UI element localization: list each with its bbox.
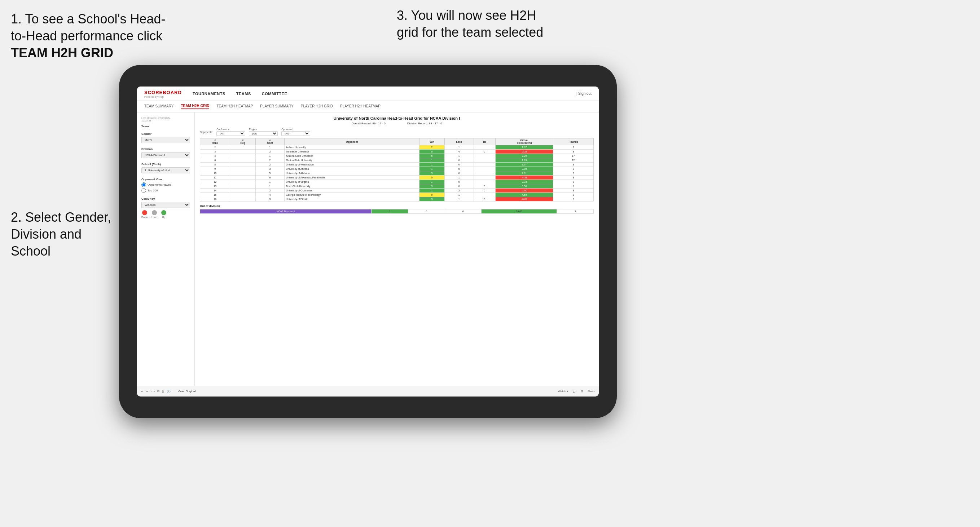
table-row: 2 1 Auburn University 2 1 1.67 9 xyxy=(200,145,594,149)
annotation-1: 1. To see a School's Head- to-Head perfo… xyxy=(11,11,166,61)
swatch-down-circle xyxy=(142,210,147,215)
school-select[interactable]: 1. University of Nort... xyxy=(142,167,190,173)
bottom-right: Watch ▾ 💬 ⊞ Share xyxy=(558,390,595,393)
subnav-team-h2h-grid[interactable]: TEAM H2H GRID xyxy=(181,104,210,109)
nav-bar: SCOREBOARD Powered by clippi TOURNAMENTS… xyxy=(137,87,599,101)
subnav-player-h2h-heatmap[interactable]: PLAYER H2H HEATMAP xyxy=(340,104,380,109)
out-div-name: NCAA Division II xyxy=(200,210,372,214)
col-opponent: Opponent xyxy=(284,138,420,145)
region-select[interactable]: (All) xyxy=(249,131,278,136)
forward-icon[interactable]: › xyxy=(154,390,155,393)
nav-tournaments[interactable]: TOURNAMENTS xyxy=(192,92,226,96)
conference-filter: Conference (All) xyxy=(216,128,245,136)
table-row: 4 1 Arizona State University 5 1 2.29 17 xyxy=(200,154,594,158)
logo-area: SCOREBOARD Powered by clippi xyxy=(144,89,182,98)
col-win: Win xyxy=(420,138,444,145)
opponent-radio-group: Opponents Played Top 100 xyxy=(142,183,190,193)
table-row: 15 4 Georgia Institute of Technology 0 1… xyxy=(200,193,594,197)
logo-text: SCOREBOARD xyxy=(144,90,182,95)
col-tie: Tie xyxy=(474,138,496,145)
table-row: 14 2 University of Oklahoma 1 2 0 -1.00 … xyxy=(200,189,594,193)
opponents-label: Opponents: xyxy=(200,131,213,133)
tablet-screen: SCOREBOARD Powered by clippi TOURNAMENTS… xyxy=(137,87,599,397)
swatch-up: Up xyxy=(161,210,166,218)
clock-icon[interactable]: 🕐 xyxy=(167,390,170,393)
sidebar-team-label: Team xyxy=(142,125,190,128)
sidebar-colour-section: Colour by Win/loss Down Level xyxy=(142,197,190,218)
sidebar-school-section: School (Rank) 1. University of Nort... xyxy=(142,163,190,173)
out-division-row: NCAA Division II 1 0 0 26.00 3 xyxy=(200,210,594,214)
nav-teams[interactable]: TEAMS xyxy=(236,92,251,96)
sidebar-division-section: Division NCAA Division I xyxy=(142,148,190,158)
out-div-tie: 0 xyxy=(445,210,482,214)
table-row: 3 2 Vanderbilt University 0 4 0 -2.29 8 xyxy=(200,149,594,154)
table-row: 9 3 University of Arizona 1 0 9.00 2 xyxy=(200,167,594,171)
out-division-label: Out of division xyxy=(200,205,594,208)
radio-top100[interactable]: Top 100 xyxy=(142,188,190,193)
comment-icon[interactable]: 💬 xyxy=(573,390,576,393)
bottom-icons: ↩ ↪ ‹ › ⧉ ⊕ 🕐 xyxy=(141,389,170,393)
swatch-up-circle xyxy=(161,210,166,215)
region-filter: Region (All) xyxy=(249,128,278,136)
watch-button[interactable]: Watch ▾ xyxy=(558,390,568,393)
sign-out-link[interactable]: | Sign out xyxy=(576,92,592,95)
ann1-line1: 1. To see a School's Head- xyxy=(11,11,165,26)
opponent-label: Opponent xyxy=(282,128,310,130)
nav-links: TOURNAMENTS TEAMS COMMITTEE xyxy=(192,92,576,96)
table-row: 12 1 University of Virginia 1 0 2.33 3 xyxy=(200,180,594,184)
undo-icon[interactable]: ↩ xyxy=(141,390,143,393)
sidebar-gender-section: Gender Men's xyxy=(142,132,190,143)
grid-title: University of North Carolina Head-to-Hea… xyxy=(200,116,594,121)
radio-opponents-played[interactable]: Opponents Played xyxy=(142,183,190,187)
gender-select[interactable]: Men's xyxy=(142,137,190,143)
col-diff: Diff AvStrokes/Rnd xyxy=(496,138,553,145)
filter-row: Opponents: Conference (All) Region (All) xyxy=(200,128,594,136)
copy-icon[interactable]: ⧉ xyxy=(157,389,159,393)
back-icon[interactable]: ‹ xyxy=(151,390,152,393)
sidebar-gender-label: Gender xyxy=(142,132,190,135)
subnav-team-summary[interactable]: TEAM SUMMARY xyxy=(144,104,174,109)
colour-select[interactable]: Win/loss xyxy=(142,202,190,208)
out-div-win: 1 xyxy=(372,210,408,214)
out-div-loss: 0 xyxy=(408,210,445,214)
colour-swatches: Down Level Up xyxy=(142,210,190,218)
swatch-level-circle xyxy=(152,210,157,215)
nav-committee[interactable]: COMMITTEE xyxy=(262,92,288,96)
redo-icon[interactable]: ↪ xyxy=(146,390,149,393)
subnav-player-summary[interactable]: PLAYER SUMMARY xyxy=(260,104,293,109)
opponent-filter: Opponent (All) xyxy=(282,128,310,136)
out-division-table: NCAA Division II 1 0 0 26.00 3 xyxy=(200,209,594,214)
paste-icon[interactable]: ⊕ xyxy=(162,390,164,393)
tablet: SCOREBOARD Powered by clippi TOURNAMENTS… xyxy=(119,65,617,418)
table-row: 6 2 Florida State University 1 0 1.83 12 xyxy=(200,158,594,163)
share-button[interactable]: Share xyxy=(587,390,595,393)
table-row: 8 2 University of Washington 1 0 3.67 3 xyxy=(200,163,594,167)
sidebar-team-section: Team xyxy=(142,125,190,128)
subnav-player-h2h-grid[interactable]: PLAYER H2H GRID xyxy=(301,104,333,109)
overall-record: Overall Record: 89 - 17 - 0 xyxy=(351,122,385,125)
table-row: 11 6 University of Arkansas, Fayettevill… xyxy=(200,176,594,180)
sidebar-opponent-section: Opponent View Opponents Played Top 100 xyxy=(142,178,190,193)
table-row: 13 1 Texas Tech University 3 0 0 5.56 9 xyxy=(200,184,594,189)
division-record: Division Record: 88 - 17 - 0 xyxy=(407,122,442,125)
ann1-bold: TEAM H2H GRID xyxy=(11,45,113,60)
logo: SCOREBOARD Powered by clippi xyxy=(144,89,182,98)
ann2-line2: Division and xyxy=(11,227,81,241)
col-conf: #Conf xyxy=(256,138,285,145)
share-options-icon[interactable]: ⊞ xyxy=(581,390,583,393)
view-label: View: Original xyxy=(178,390,196,393)
out-div-diff: 26.00 xyxy=(482,210,557,214)
subnav-team-h2h-heatmap[interactable]: TEAM H2H HEATMAP xyxy=(216,104,253,109)
sidebar-school-label: School (Rank) xyxy=(142,163,190,166)
out-div-rounds: 3 xyxy=(557,210,594,214)
sidebar-colour-label: Colour by xyxy=(142,197,190,200)
main-content: Last Updated: 27/03/2024 16:55:38 Team G… xyxy=(137,113,599,386)
grid-records: Overall Record: 89 - 17 - 0 Division Rec… xyxy=(200,122,594,125)
col-rounds: Rounds xyxy=(553,138,594,145)
col-reg: #Reg xyxy=(230,138,256,145)
swatch-down: Down xyxy=(142,210,148,218)
conference-select[interactable]: (All) xyxy=(216,131,245,136)
division-select[interactable]: NCAA Division I xyxy=(142,152,190,158)
col-loss: Loss xyxy=(444,138,474,145)
opponent-select[interactable]: (All) xyxy=(282,131,310,136)
